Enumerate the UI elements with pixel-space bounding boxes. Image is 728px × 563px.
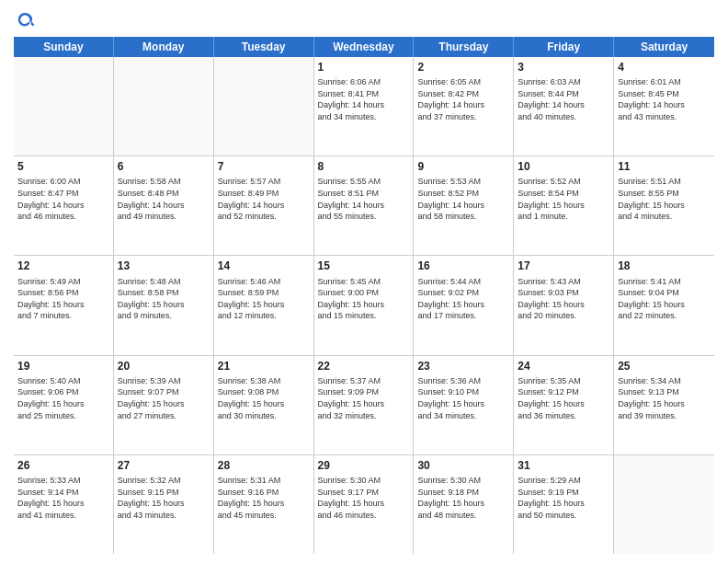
day-number: 29 [318, 458, 410, 473]
cell-line: Daylight: 14 hours [618, 99, 711, 111]
cell-line: Sunrise: 6:01 AM [618, 76, 711, 88]
day-number: 27 [118, 458, 210, 473]
day-number: 20 [118, 359, 210, 373]
cell-line: Daylight: 14 hours [17, 200, 109, 212]
day-number: 31 [518, 458, 609, 473]
cell-line: Sunset: 9:03 PM [518, 287, 609, 299]
calendar-cell: 13Sunrise: 5:48 AMSunset: 8:58 PMDayligh… [114, 256, 214, 354]
calendar-row-0: 1Sunrise: 6:06 AMSunset: 8:41 PMDaylight… [14, 57, 714, 156]
calendar-cell: 8Sunrise: 5:55 AMSunset: 8:51 PMDaylight… [314, 156, 415, 255]
cell-line: Daylight: 15 hours [518, 299, 609, 311]
cell-line: Daylight: 14 hours [218, 200, 310, 212]
cell-line: Sunset: 8:44 PM [518, 88, 609, 100]
cell-line: and 32 minutes. [318, 410, 410, 422]
cell-line: Sunrise: 5:45 AM [318, 276, 410, 288]
cell-line: Sunset: 9:12 PM [518, 386, 609, 398]
cell-line: and 50 minutes. [518, 510, 609, 522]
cell-line: and 37 minutes. [417, 111, 509, 123]
calendar-row-1: 5Sunrise: 6:00 AMSunset: 8:47 PMDaylight… [14, 156, 714, 256]
cell-line: Sunrise: 5:43 AM [518, 276, 609, 288]
header-monday: Monday [114, 37, 214, 57]
cell-line: Sunrise: 5:46 AM [218, 276, 310, 288]
cell-line: Daylight: 15 hours [618, 200, 711, 212]
calendar-cell: 23Sunrise: 5:36 AMSunset: 9:10 PMDayligh… [414, 356, 514, 454]
cell-line: Daylight: 15 hours [518, 498, 609, 510]
cell-line: and 7 minutes. [17, 310, 109, 322]
day-number: 28 [218, 458, 310, 473]
cell-line: Sunrise: 6:06 AM [318, 76, 410, 88]
day-number: 16 [417, 259, 509, 273]
cell-line: Daylight: 15 hours [518, 398, 609, 410]
day-number: 21 [218, 359, 310, 373]
cell-line: Sunset: 9:19 PM [518, 487, 609, 499]
header-sunday: Sunday [14, 37, 114, 57]
day-number: 23 [417, 359, 509, 373]
calendar-cell: 17Sunrise: 5:43 AMSunset: 9:03 PMDayligh… [514, 256, 614, 354]
calendar-cell: 28Sunrise: 5:31 AMSunset: 9:16 PMDayligh… [214, 455, 314, 554]
cell-line: Sunset: 9:09 PM [318, 386, 410, 398]
cell-line: Sunrise: 6:05 AM [417, 76, 509, 88]
day-number: 12 [17, 259, 109, 273]
cell-line: Sunset: 9:08 PM [218, 386, 310, 398]
calendar-cell: 25Sunrise: 5:34 AMSunset: 9:13 PMDayligh… [614, 356, 714, 454]
cell-line: Sunset: 9:16 PM [218, 487, 310, 499]
cell-line: Sunrise: 5:53 AM [417, 176, 509, 188]
calendar-cell: 7Sunrise: 5:57 AMSunset: 8:49 PMDaylight… [214, 156, 314, 255]
cell-line: and 27 minutes. [118, 410, 210, 422]
cell-line: and 17 minutes. [417, 310, 509, 322]
calendar-cell: 4Sunrise: 6:01 AMSunset: 8:45 PMDaylight… [614, 57, 714, 155]
calendar-header: SundayMondayTuesdayWednesdayThursdayFrid… [14, 37, 714, 57]
cell-line: Sunrise: 5:36 AM [417, 375, 509, 387]
cell-line: Sunrise: 5:35 AM [518, 375, 609, 387]
cell-line: Daylight: 14 hours [518, 99, 609, 111]
cell-line: Sunset: 9:17 PM [318, 487, 410, 499]
calendar-cell: 3Sunrise: 6:03 AMSunset: 8:44 PMDaylight… [514, 57, 614, 155]
day-number: 2 [417, 60, 509, 75]
cell-line: Daylight: 15 hours [218, 398, 310, 410]
cell-line: and 15 minutes. [318, 310, 410, 322]
calendar-cell: 6Sunrise: 5:58 AMSunset: 8:48 PMDaylight… [114, 156, 214, 255]
cell-line: Sunset: 8:56 PM [17, 287, 109, 299]
day-number: 26 [17, 458, 109, 473]
header-saturday: Saturday [614, 37, 714, 57]
cell-line: and 20 minutes. [518, 310, 609, 322]
cell-line: Sunrise: 5:34 AM [618, 375, 711, 387]
cell-line: Sunset: 9:02 PM [417, 287, 509, 299]
calendar-cell: 27Sunrise: 5:32 AMSunset: 9:15 PMDayligh… [114, 455, 214, 554]
cell-line: and 46 minutes. [318, 510, 410, 522]
day-number: 7 [218, 159, 310, 174]
cell-line: and 55 minutes. [318, 211, 410, 223]
cell-line: Daylight: 15 hours [417, 498, 509, 510]
cell-line: Daylight: 15 hours [417, 299, 509, 311]
cell-line: Daylight: 15 hours [618, 299, 711, 311]
calendar: SundayMondayTuesdayWednesdayThursdayFrid… [14, 37, 714, 554]
cell-line: Sunset: 9:07 PM [118, 386, 210, 398]
cell-line: Daylight: 15 hours [618, 398, 711, 410]
calendar-cell [614, 455, 714, 554]
calendar-cell: 19Sunrise: 5:40 AMSunset: 9:06 PMDayligh… [14, 356, 114, 454]
cell-line: Daylight: 15 hours [518, 200, 609, 212]
cell-line: Sunset: 8:54 PM [518, 188, 609, 200]
day-number: 24 [518, 359, 609, 373]
cell-line: Sunset: 8:42 PM [417, 88, 509, 100]
cell-line: Sunrise: 5:55 AM [318, 176, 410, 188]
cell-line: Sunrise: 5:48 AM [118, 276, 210, 288]
cell-line: Sunset: 8:51 PM [318, 188, 410, 200]
cell-line: Sunset: 8:59 PM [218, 287, 310, 299]
logo-icon [14, 9, 36, 31]
cell-line: Sunset: 8:41 PM [318, 88, 410, 100]
cell-line: Daylight: 15 hours [118, 398, 210, 410]
cell-line: Sunset: 8:49 PM [218, 188, 310, 200]
cell-line: Sunrise: 5:31 AM [218, 475, 310, 487]
page: SundayMondayTuesdayWednesdayThursdayFrid… [0, 0, 728, 563]
cell-line: Sunset: 9:13 PM [618, 386, 711, 398]
day-number: 1 [318, 60, 410, 75]
header-wednesday: Wednesday [314, 37, 415, 57]
cell-line: Sunrise: 5:30 AM [417, 475, 509, 487]
cell-line: Daylight: 15 hours [318, 498, 410, 510]
calendar-row-4: 26Sunrise: 5:33 AMSunset: 9:14 PMDayligh… [14, 455, 714, 554]
cell-line: and 49 minutes. [118, 211, 210, 223]
calendar-cell: 5Sunrise: 6:00 AMSunset: 8:47 PMDaylight… [14, 156, 114, 255]
cell-line: and 58 minutes. [417, 211, 509, 223]
cell-line: Sunrise: 5:58 AM [118, 176, 210, 188]
